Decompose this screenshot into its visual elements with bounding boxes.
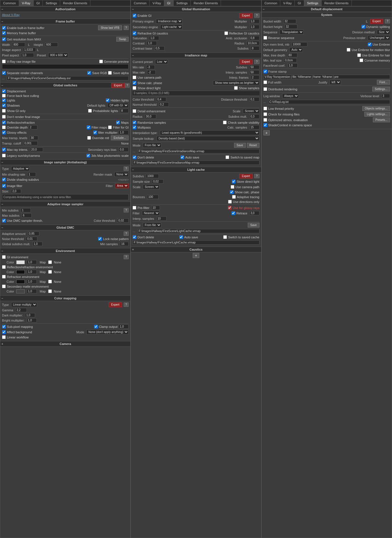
file-path-input[interactable]: [7, 76, 129, 80]
adaptive-sampler-collapse[interactable]: –: [1, 202, 3, 206]
separate-channels-checkbox[interactable]: [2, 71, 6, 75]
tab-settings-3[interactable]: Settings: [304, 0, 322, 6]
color-threshold-input[interactable]: [117, 218, 129, 223]
sec-matte-map-checkbox[interactable]: [48, 289, 52, 293]
lc-scale-select[interactable]: Screen: [143, 184, 159, 189]
verbose-level-input[interactable]: [381, 94, 390, 98]
framebuffer-help-btn[interactable]: ?: [124, 26, 129, 30]
lc-save-btn[interactable]: Save: [248, 223, 259, 228]
use-camera-path-checkbox[interactable]: [133, 76, 136, 79]
image-filter-checkbox[interactable]: [2, 184, 6, 188]
irradiance-collapse[interactable]: –: [132, 54, 134, 57]
sec-rays-bias-input[interactable]: [119, 147, 129, 152]
reflective-gi-checkbox[interactable]: [224, 31, 228, 35]
calc-samples-input[interactable]: [249, 125, 259, 129]
distributed-checkbox[interactable]: [263, 87, 267, 91]
lc-subdivs-input[interactable]: [146, 174, 159, 178]
lc-interp-samples-input[interactable]: [157, 216, 166, 221]
shadows-checkbox[interactable]: [2, 103, 6, 107]
irr-switch-saved-checkbox[interactable]: [226, 155, 229, 159]
use-embree-hair-checkbox[interactable]: [357, 53, 361, 57]
lc-pre-filter-input[interactable]: [151, 206, 160, 210]
irr-save-btn[interactable]: Save: [234, 143, 246, 148]
interp-samples-input[interactable]: [249, 70, 259, 74]
glossy-checkbox[interactable]: [2, 131, 6, 134]
refl-env-checkbox[interactable]: [2, 265, 6, 269]
irr-autosave-path-input[interactable]: [133, 161, 259, 165]
interp-frames-input[interactable]: [251, 75, 259, 80]
enable-gi-checkbox[interactable]: [133, 14, 136, 17]
override-depth-input[interactable]: [29, 125, 37, 129]
irr-browse-btn[interactable]: ...: [133, 149, 135, 153]
max-rate-input[interactable]: [147, 70, 156, 74]
dmc-help-btn[interactable]: ?: [124, 232, 129, 236]
dyn-mem-input[interactable]: [292, 42, 307, 46]
filter-select[interactable]: Area: [115, 183, 129, 188]
reverse-sequence-checkbox[interactable]: [263, 36, 267, 40]
min-rate-input[interactable]: [146, 65, 155, 69]
refl-refract-checkbox[interactable]: [2, 121, 6, 124]
gi-color-val-input[interactable]: [27, 260, 37, 264]
memory-frame-checkbox[interactable]: [2, 31, 6, 35]
color-mapping-type-select[interactable]: Linear multiply: [11, 302, 37, 307]
refl-map-checkbox[interactable]: [48, 270, 52, 274]
sec-matte-checkbox[interactable]: [2, 285, 6, 288]
displacement-checkbox[interactable]: [2, 89, 6, 93]
lc-browse-btn[interactable]: ...: [133, 229, 135, 233]
maps-checkbox[interactable]: [116, 121, 120, 124]
radius-input[interactable]: [247, 41, 259, 45]
gi-color-swatch[interactable]: [16, 260, 25, 264]
environment-collapse[interactable]: –: [1, 249, 3, 253]
dynamic-splitting-checkbox[interactable]: [361, 25, 365, 29]
max-tree-depth-input[interactable]: [287, 53, 297, 57]
raw-file-input[interactable]: [2, 64, 129, 69]
use-embree-motion-checkbox[interactable]: [347, 48, 350, 52]
saturation-input[interactable]: [149, 36, 159, 40]
dark-mult-input[interactable]: [25, 313, 35, 317]
tab-render-elements-1[interactable]: Render Elements: [60, 0, 90, 6]
preset-select[interactable]: 800 x 600: [48, 53, 68, 58]
refr-color-val-input[interactable]: [27, 279, 37, 284]
current-preset-select[interactable]: Low: [155, 59, 168, 64]
irr-file-path-input[interactable]: [138, 149, 259, 153]
refl-color-swatch[interactable]: [16, 270, 25, 274]
font-btn[interactable]: Font...: [377, 80, 390, 85]
frame-stamp-text-input[interactable]: [263, 75, 390, 79]
check-sample-vis-checkbox[interactable]: [223, 121, 227, 124]
irr-subdivs-input[interactable]: [249, 65, 259, 69]
div-shading-checkbox[interactable]: [2, 178, 6, 181]
show-last-vfb-btn[interactable]: Show last VFB: [98, 25, 122, 30]
bright-mult-input[interactable]: [27, 318, 37, 322]
generate-preview-checkbox[interactable]: [99, 60, 103, 63]
affect-bg-checkbox[interactable]: [2, 330, 6, 334]
height-input[interactable]: [45, 42, 58, 47]
subdiv-mult-input[interactable]: [249, 114, 259, 119]
tab-vray-2[interactable]: V-Ray: [150, 0, 164, 6]
caustics-collapse[interactable]: +: [132, 248, 134, 251]
save-rgb-checkbox[interactable]: [87, 71, 91, 75]
irr-dont-delete-checkbox[interactable]: [133, 155, 136, 159]
adapt-amount-input[interactable]: [28, 232, 39, 236]
bucket-height-input[interactable]: [285, 25, 297, 29]
gi-map-checkbox[interactable]: [48, 260, 52, 264]
color-mapping-help-btn[interactable]: ?: [124, 303, 129, 307]
show-calc-phase-select[interactable]: Show new samples as brighter: [213, 80, 259, 85]
global-switches-expert-btn[interactable]: Expert: [111, 83, 125, 88]
lc-auto-save-checkbox[interactable]: [179, 235, 183, 239]
show-gi-checkbox[interactable]: [2, 109, 6, 113]
default-lights-select[interactable]: Off with GI: [107, 103, 129, 108]
global-subdiv-input[interactable]: [33, 242, 42, 246]
lc-expert-btn[interactable]: Expert: [239, 174, 253, 178]
low-thread-checkbox[interactable]: [263, 107, 267, 110]
detail-scale-select[interactable]: Screen: [243, 109, 259, 113]
contrast-base-input[interactable]: [155, 46, 164, 50]
refl-color-val-input[interactable]: [27, 270, 37, 274]
image-sampler-collapse[interactable]: –: [1, 161, 3, 164]
tab-common-3[interactable]: Common: [262, 0, 281, 6]
global-switches-collapse[interactable]: –: [1, 84, 3, 87]
color-mapping-collapse[interactable]: –: [1, 297, 3, 300]
conserve-memory-checkbox[interactable]: [359, 58, 363, 62]
refr-map-checkbox[interactable]: [48, 280, 52, 283]
vray-raw-checkbox[interactable]: [2, 60, 6, 63]
irradiance-expert-btn[interactable]: Expert: [239, 59, 253, 64]
